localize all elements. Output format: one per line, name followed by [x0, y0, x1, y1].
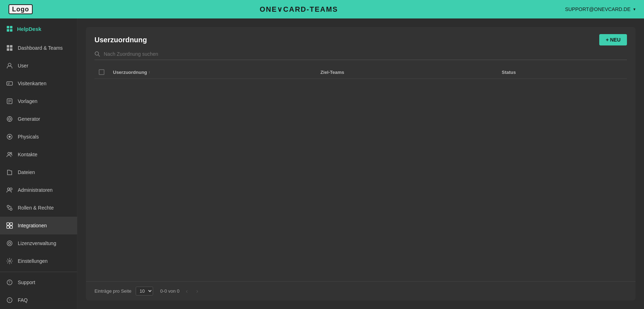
per-page-label: Einträge pro Seite [94, 288, 131, 294]
helpdesk-icon [6, 25, 13, 33]
sidebar-label-lizenzverwaltung: Lizenzverwaltung [18, 240, 56, 246]
sidebar-item-vorlagen[interactable]: Vorlagen [0, 92, 77, 110]
col-sortable-userzuordnung[interactable]: Userzuordnung ↑ [113, 70, 312, 75]
svg-point-28 [7, 205, 9, 207]
sidebar-label-rollen-rechte: Rollen & Rechte [18, 205, 54, 211]
search-bar [86, 51, 635, 66]
sidebar: HelpDesk Dashboard & Teams User Visitenk… [0, 18, 77, 309]
svg-point-44 [9, 260, 11, 262]
generator-icon [6, 115, 13, 123]
faq-icon: ? [6, 296, 13, 304]
sidebar-label-administratoren: Administratoren [18, 187, 53, 193]
lizenzverwaltung-icon [6, 239, 13, 247]
col-header-userzuordnung: Userzuordnung ↑ [109, 66, 316, 79]
sidebar-item-kontakte[interactable]: Kontakte [0, 146, 77, 163]
einstellungen-icon [6, 257, 13, 265]
per-page-select[interactable]: 5102550 [136, 287, 153, 296]
dateien-icon [6, 168, 13, 176]
svg-rect-37 [10, 226, 12, 228]
visitenkarten-icon [6, 80, 13, 87]
sidebar-label-physicals: Physicals [18, 134, 39, 140]
svg-rect-34 [7, 223, 9, 225]
brand-name: ONE∨CARD-TEAMS [260, 5, 338, 13]
content-inner: Userzuordnung + NEU [86, 27, 635, 300]
sidebar-label-kontakte: Kontakte [18, 152, 37, 157]
svg-point-17 [9, 118, 11, 120]
sidebar-item-support[interactable]: ? Support [0, 273, 77, 291]
sidebar-label-generator: Generator [18, 116, 40, 122]
svg-rect-5 [10, 45, 12, 48]
sidebar-label-faq: FAQ [18, 297, 28, 303]
prev-page-button[interactable]: ‹ [184, 287, 190, 295]
sidebar-label-support: Support [18, 280, 35, 285]
select-all-checkbox[interactable] [99, 69, 104, 75]
page-title: Userzuordnung [94, 36, 147, 44]
svg-rect-0 [7, 26, 9, 28]
kontakte-icon [6, 151, 13, 158]
svg-point-25 [10, 152, 12, 154]
logo: Logo [9, 6, 33, 13]
user-email: SUPPORT@ONEVCARD.DE [565, 6, 631, 12]
sidebar-item-physicals[interactable]: Physicals [0, 128, 77, 146]
svg-rect-35 [10, 223, 12, 225]
svg-line-50 [98, 55, 100, 56]
svg-point-43 [9, 242, 11, 244]
content-area: Userzuordnung + NEU [77, 18, 644, 309]
helpdesk-label: HelpDesk [17, 26, 41, 32]
sidebar-item-user[interactable]: User [0, 57, 77, 75]
next-page-button[interactable]: › [194, 287, 200, 295]
col-header-status: Status [497, 66, 627, 79]
sidebar-label-user: User [18, 63, 28, 69]
vorlagen-icon [6, 97, 13, 105]
pagination: Einträge pro Seite 5102550 0-0 von 0 ‹ › [86, 281, 635, 300]
sidebar-item-rollen-rechte[interactable]: Rollen & Rechte [0, 199, 77, 217]
content-header: Userzuordnung + NEU [86, 27, 635, 51]
sidebar-label-einstellungen: Einstellungen [18, 258, 48, 264]
svg-point-16 [7, 116, 12, 121]
col-header-ziel-teams: Ziel-Teams [316, 66, 497, 79]
svg-point-8 [8, 63, 11, 66]
sidebar-item-dateien[interactable]: Dateien [0, 163, 77, 181]
user-menu[interactable]: SUPPORT@ONEVCARD.DE ▾ [565, 6, 635, 12]
svg-rect-7 [10, 48, 12, 51]
search-input[interactable] [104, 51, 627, 57]
search-icon [94, 51, 100, 57]
sidebar-item-administratoren[interactable]: Administratoren [0, 181, 77, 199]
svg-text:?: ? [9, 281, 11, 284]
user-menu-chevron: ▾ [633, 7, 635, 12]
svg-point-23 [9, 136, 11, 138]
svg-rect-9 [7, 82, 12, 85]
svg-point-27 [10, 188, 12, 190]
sidebar-item-integrationen[interactable]: Integrationen [0, 217, 77, 234]
svg-rect-4 [7, 45, 9, 48]
dashboard-teams-icon [6, 44, 13, 52]
svg-point-26 [7, 188, 10, 190]
svg-rect-36 [7, 226, 9, 228]
table-container: Userzuordnung ↑ Ziel-Teams Status [86, 66, 635, 281]
search-wrapper [94, 51, 627, 60]
pagination-info: 0-0 von 0 [160, 288, 179, 294]
new-button[interactable]: + NEU [599, 34, 627, 45]
sidebar-item-einstellungen[interactable]: Einstellungen [0, 252, 77, 270]
svg-point-24 [8, 152, 10, 154]
sidebar-items: Dashboard & Teams User Visitenkarten Vor… [0, 39, 77, 270]
main-table: Userzuordnung ↑ Ziel-Teams Status [94, 66, 627, 79]
sidebar-item-helpdesk[interactable]: HelpDesk [0, 18, 77, 39]
svg-point-29 [10, 208, 12, 210]
sidebar-label-dashboard-teams: Dashboard & Teams [18, 45, 63, 51]
svg-rect-2 [7, 29, 9, 32]
svg-rect-6 [7, 48, 9, 51]
sidebar-bottom: ? Support ? FAQ [0, 272, 77, 309]
rollen-rechte-icon [6, 204, 13, 212]
table-head: Userzuordnung ↑ Ziel-Teams Status [94, 66, 627, 79]
sidebar-label-visitenkarten: Visitenkarten [18, 81, 47, 86]
svg-text:?: ? [9, 299, 10, 302]
sidebar-item-visitenkarten[interactable]: Visitenkarten [0, 75, 77, 92]
sidebar-item-lizenzverwaltung[interactable]: Lizenzverwaltung [0, 234, 77, 252]
sidebar-item-dashboard-teams[interactable]: Dashboard & Teams [0, 39, 77, 57]
sidebar-item-faq[interactable]: ? FAQ [0, 291, 77, 309]
top-nav: Logo ONE∨CARD-TEAMS SUPPORT@ONEVCARD.DE … [0, 0, 644, 18]
administratoren-icon [6, 186, 13, 194]
svg-point-42 [7, 241, 12, 246]
sidebar-item-generator[interactable]: Generator [0, 110, 77, 128]
